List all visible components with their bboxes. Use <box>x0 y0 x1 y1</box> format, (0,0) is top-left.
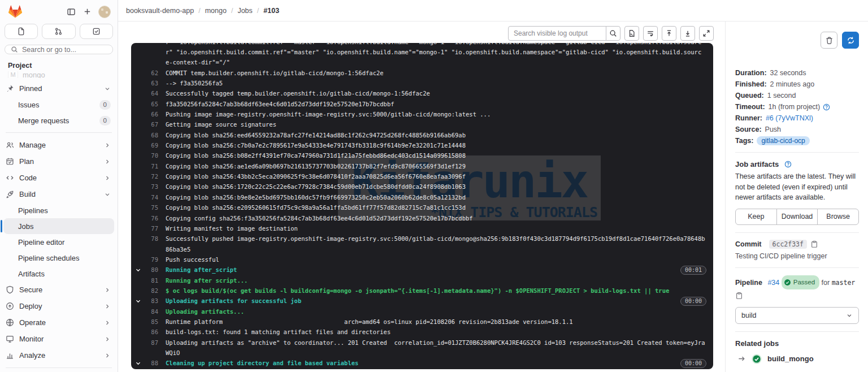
copy-ref-icon[interactable] <box>735 292 743 300</box>
section-chevron-icon[interactable] <box>131 265 142 275</box>
secure-icon <box>6 286 15 295</box>
line-number[interactable]: 71 <box>142 161 158 171</box>
detail-label: Source: <box>735 126 762 133</box>
job-artifacts-description: These artifacts are the latest. They wil… <box>735 171 859 203</box>
log-search-button[interactable] <box>606 26 620 41</box>
wrap-lines-button[interactable] <box>643 26 658 41</box>
project-avatar: M <box>8 71 18 78</box>
issues-icon <box>17 27 25 36</box>
pipeline-number-link[interactable]: #34 <box>767 279 779 287</box>
line-number[interactable]: 63 <box>142 78 158 88</box>
section-chevron-icon[interactable] <box>131 358 142 368</box>
breadcrumb-jobs[interactable]: Jobs <box>237 7 252 15</box>
commit-sha[interactable]: 6cc2f33f <box>769 240 807 249</box>
sidebar-item-deploy[interactable]: Deploy <box>3 298 114 314</box>
job-log[interactable]: Kifarunix *NIX TIPS & TUTORIALS r" "io.o… <box>131 43 713 369</box>
sidebar-item-project-mongo[interactable]: M mongo <box>0 71 118 78</box>
line-number[interactable]: 65 <box>142 99 158 109</box>
line-number[interactable]: 62 <box>142 68 158 78</box>
sidebar-item-label: Pipelines <box>18 206 111 215</box>
line-number[interactable]: 81 <box>142 275 158 286</box>
line-number[interactable]: 84 <box>142 306 158 317</box>
sidebar-item-issues[interactable]: Issues0 <box>3 97 114 113</box>
erase-job-log-button[interactable] <box>821 32 837 49</box>
help-icon[interactable] <box>823 103 830 111</box>
scroll-to-bottom-button[interactable] <box>680 26 695 41</box>
sidebar-item-artifacts[interactable]: Artifacts <box>3 266 114 282</box>
line-number[interactable]: 76 <box>142 213 158 223</box>
sidebar-item-merge-requests[interactable]: Merge requests0 <box>3 113 114 128</box>
search-input[interactable]: Search or go to... <box>5 45 113 54</box>
line-number[interactable]: 86 <box>142 327 158 337</box>
log-search-input[interactable] <box>508 26 606 41</box>
sidebar-item-monitor[interactable]: Monitor <box>3 331 114 347</box>
keep-artifacts-button[interactable]: Keep <box>735 209 777 225</box>
sidebar-item-pipeline-schedules[interactable]: Pipeline schedules <box>3 250 114 266</box>
log-text: Copying blob sha256:eed64559232a78afc27f… <box>158 130 466 140</box>
shortcut-todo-button[interactable] <box>80 24 113 39</box>
line-number[interactable]: 73 <box>142 181 158 192</box>
breadcrumb-project-group[interactable]: booksvault-demo-app <box>126 7 194 15</box>
section-chevron-icon[interactable] <box>131 296 142 306</box>
pipeline-ref[interactable]: master <box>832 279 856 287</box>
log-line: r" "io.openshift.build.commit.ref"="mast… <box>131 47 713 57</box>
retry-job-button[interactable] <box>842 32 859 49</box>
line-number[interactable]: 67 <box>142 119 158 129</box>
pin-icon <box>6 84 15 93</box>
gitlab-logo[interactable] <box>8 5 23 19</box>
user-avatar[interactable] <box>98 6 111 18</box>
line-number[interactable]: 80 <box>142 265 158 275</box>
line-number[interactable]: 78 <box>142 233 158 244</box>
shortcut-issues-button[interactable] <box>5 24 38 39</box>
sidebar-item-jobs[interactable]: Jobs <box>3 218 114 234</box>
line-number[interactable]: 85 <box>142 317 158 327</box>
fullscreen-button[interactable] <box>699 26 714 41</box>
related-job-item[interactable]: build_mongo <box>735 354 859 364</box>
sidebar-item-secure[interactable]: Secure <box>3 282 114 298</box>
sidebar-item-pipelines[interactable]: Pipelines <box>3 202 114 218</box>
log-text: build-logs.txt: found 1 matching artifac… <box>158 327 390 337</box>
detail-row: Finished:2 minutes ago <box>735 80 859 88</box>
line-number[interactable]: 64 <box>142 88 158 98</box>
detail-value[interactable]: #6 (7yVwTNXl) <box>766 114 813 122</box>
line-number[interactable]: 72 <box>142 171 158 181</box>
line-number[interactable]: 89 <box>142 369 158 369</box>
line-number[interactable]: 79 <box>142 254 158 265</box>
line-number[interactable]: 69 <box>142 140 158 150</box>
create-new-icon[interactable] <box>83 7 92 16</box>
line-number[interactable]: 75 <box>142 202 158 213</box>
sidebar-item-pipeline-editor[interactable]: Pipeline editor <box>3 234 114 250</box>
line-number[interactable]: 74 <box>142 192 158 202</box>
sidebar-item-label: Pipeline schedules <box>18 254 111 262</box>
line-number[interactable]: 87 <box>142 338 158 348</box>
sidebar-item-plan[interactable]: Plan <box>3 153 114 170</box>
sidebar-item-analyze[interactable]: Analyze <box>3 347 114 364</box>
stage-dropdown[interactable]: build <box>735 307 859 324</box>
collapse-sidebar-icon[interactable] <box>67 7 76 16</box>
breadcrumb-project[interactable]: mongo <box>205 7 227 15</box>
download-artifacts-button[interactable]: Download <box>776 209 818 225</box>
sidebar-item-code[interactable]: Code <box>3 170 114 186</box>
sidebar-item-build[interactable]: Build <box>3 186 114 202</box>
job-status-passed-icon <box>752 354 762 364</box>
pipeline-status-badge[interactable]: Passed <box>782 275 819 289</box>
line-number[interactable]: 82 <box>142 286 158 296</box>
sidebar-item-pinned[interactable]: Pinned <box>3 80 114 97</box>
log-line: 81Running after script... <box>131 275 713 286</box>
section-duration-badge: 00:00 <box>680 359 706 368</box>
artifact-buttons: KeepDownloadBrowse <box>735 209 859 225</box>
line-number[interactable]: 88 <box>142 358 158 368</box>
line-number[interactable]: 77 <box>142 223 158 233</box>
show-raw-log-button[interactable] <box>624 26 639 41</box>
line-number[interactable]: 83 <box>142 296 158 306</box>
help-icon[interactable] <box>784 161 792 168</box>
line-number[interactable]: 70 <box>142 150 158 161</box>
shortcut-merge-requests-button[interactable] <box>42 24 75 39</box>
sidebar-item-manage[interactable]: Manage <box>3 137 114 153</box>
line-number[interactable]: 66 <box>142 109 158 119</box>
sidebar-item-operate[interactable]: Operate <box>3 314 114 331</box>
copy-commit-sha-icon[interactable] <box>810 240 818 248</box>
scroll-to-top-button[interactable] <box>662 26 676 41</box>
browse-artifacts-button[interactable]: Browse <box>817 209 859 225</box>
line-number[interactable]: 68 <box>142 130 158 140</box>
